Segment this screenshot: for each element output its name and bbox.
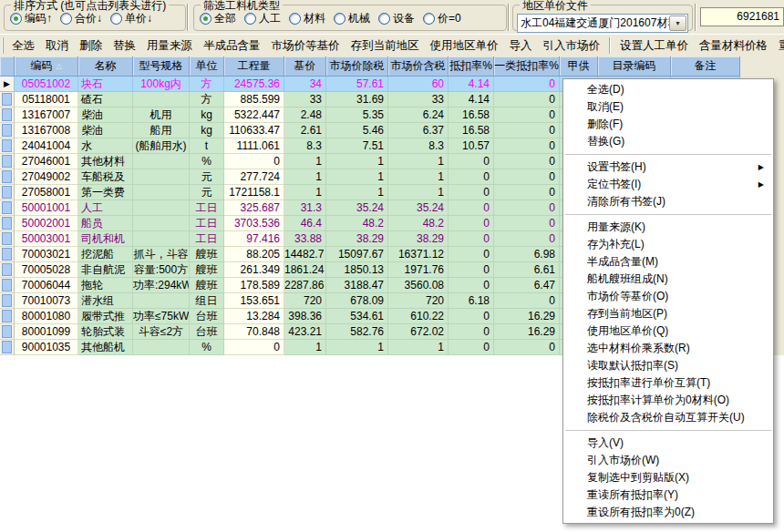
cell-min[interactable]: 3560.08	[388, 278, 449, 293]
row-selector[interactable]	[0, 324, 15, 340]
cell-ded1[interactable]: 0	[494, 154, 560, 169]
cell-code[interactable]: 70010073	[15, 293, 78, 309]
cell-ded[interactable]: 16.58	[449, 107, 494, 123]
cell-mex[interactable]: 48.2	[326, 216, 388, 231]
cell-unit[interactable]: %	[190, 154, 224, 169]
column-header-base[interactable]: 基价	[284, 56, 326, 77]
cell-base[interactable]: 423.21	[284, 324, 326, 340]
cell-ded1[interactable]: 6.61	[494, 262, 560, 278]
radio-option[interactable]: 设备	[378, 11, 415, 26]
cell-base[interactable]: 1	[284, 185, 326, 200]
menu-item[interactable]: 选中材料价乘系数(R)	[563, 340, 773, 357]
cell-code[interactable]: 70005028	[15, 262, 78, 278]
cell-unit[interactable]: %	[190, 340, 224, 355]
cell-min[interactable]: 1	[388, 340, 449, 355]
cell-unit[interactable]: t	[190, 138, 224, 154]
cell-ded[interactable]: 4.14	[449, 77, 494, 92]
column-header-ded[interactable]: 抵扣率%	[449, 56, 494, 77]
cell-spec[interactable]	[133, 200, 190, 216]
cell-base[interactable]: 1	[284, 340, 326, 355]
radio-icon[interactable]	[423, 13, 435, 25]
dropdown-arrow-icon[interactable]: ▼	[669, 15, 686, 31]
cell-min[interactable]: 1971.76	[388, 262, 449, 278]
cell-spec[interactable]: 容量:500方	[133, 262, 190, 278]
cell-code[interactable]: 50002001	[15, 216, 78, 231]
cell-spec[interactable]: 功率:294kW	[133, 278, 190, 293]
column-header-mex[interactable]: 市场价除税	[326, 56, 388, 77]
column-header-qty[interactable]: 工程量	[224, 56, 284, 77]
cell-mex[interactable]: 678.09	[326, 293, 388, 309]
cell-base[interactable]: 8.3	[284, 138, 326, 154]
cell-ded[interactable]: 0	[449, 247, 494, 262]
toolbar-button[interactable]: 替换	[108, 36, 141, 56]
cell-spec[interactable]	[133, 169, 190, 185]
menu-item[interactable]: 替换(G)	[563, 133, 773, 150]
row-selector[interactable]	[0, 309, 15, 324]
cell-name[interactable]: 潜水组	[78, 293, 133, 309]
toolbar-button[interactable]: 市场价等基价	[266, 36, 346, 56]
column-header-code[interactable]: 编码△	[15, 56, 78, 77]
cell-qty[interactable]: 153.651	[224, 293, 284, 309]
toolbar-button[interactable]: 设置人工单价	[614, 36, 694, 56]
cell-qty[interactable]: 13.284	[224, 309, 284, 324]
cell-base[interactable]: 33.88	[284, 231, 326, 247]
cell-unit[interactable]: 方	[190, 92, 224, 107]
cell-code[interactable]: 24041004	[15, 138, 78, 154]
cell-qty[interactable]: 1721158.1	[224, 185, 284, 200]
cell-ded[interactable]: 0	[449, 185, 494, 200]
row-selector[interactable]	[0, 138, 15, 154]
cell-unit[interactable]: kg	[190, 107, 224, 123]
column-header-jg[interactable]: 甲供	[560, 56, 598, 77]
row-selector[interactable]	[0, 185, 15, 200]
cell-unit[interactable]: 工日	[190, 200, 224, 216]
menu-item[interactable]: 设置书签(H)▶	[563, 159, 773, 176]
cell-mex[interactable]: 1	[326, 185, 388, 200]
cell-code[interactable]: 70006044	[15, 278, 78, 293]
column-header-note[interactable]: 备注	[671, 56, 740, 77]
cell-name[interactable]: 司机和机	[78, 231, 133, 247]
cell-mex[interactable]: 1	[326, 169, 388, 185]
cell-ded1[interactable]: 0	[494, 169, 560, 185]
radio-icon[interactable]	[289, 13, 301, 25]
cell-ded1[interactable]: 0	[494, 200, 560, 216]
cell-min[interactable]: 48.2	[388, 216, 449, 231]
cell-name[interactable]: 非自航泥	[78, 262, 133, 278]
cell-spec[interactable]: (船舶用水)	[133, 138, 190, 154]
row-selector[interactable]	[0, 107, 15, 123]
cell-qty[interactable]: 5322.447	[224, 107, 284, 123]
cell-mex[interactable]: 31.69	[326, 92, 388, 107]
cell-mex[interactable]: 534.61	[326, 309, 388, 324]
cell-ded[interactable]: 0	[449, 262, 494, 278]
row-selector[interactable]	[0, 278, 15, 293]
cell-min[interactable]: 8.3	[388, 138, 449, 154]
cell-mex[interactable]: 38.29	[326, 231, 388, 247]
cell-spec[interactable]: 斗容≤2方	[133, 324, 190, 340]
radio-icon[interactable]	[10, 13, 22, 25]
menu-item[interactable]: 读取默认抵扣率(S)	[563, 357, 773, 374]
radio-option[interactable]: 机械	[334, 11, 370, 26]
column-header-name[interactable]: 名称	[78, 56, 133, 77]
cell-spec[interactable]	[133, 92, 190, 107]
cell-base[interactable]: 720	[284, 293, 326, 309]
cell-qty[interactable]: 178.589	[224, 278, 284, 293]
cell-code[interactable]: 90001035	[15, 340, 78, 355]
cell-spec[interactable]	[133, 185, 190, 200]
cell-base[interactable]: 14482.7	[284, 247, 326, 262]
radio-option[interactable]: 编码↑	[10, 11, 52, 26]
cell-ded[interactable]: 0	[449, 340, 494, 355]
toolbar-button[interactable]: 重算半成品价格	[773, 36, 784, 56]
cell-ded[interactable]: 10.57	[449, 138, 494, 154]
toolbar-button[interactable]: 全选	[6, 36, 40, 56]
cell-mex[interactable]: 1	[326, 154, 388, 169]
cell-code[interactable]: 27058001	[15, 185, 78, 200]
cell-mex[interactable]: 7.51	[326, 138, 388, 154]
cell-unit[interactable]: 台班	[190, 324, 224, 340]
menu-item[interactable]: 市场价等基价(O)	[563, 288, 773, 305]
cell-spec[interactable]: 船用	[133, 123, 190, 138]
cell-unit[interactable]: 工日	[190, 216, 224, 231]
cell-ded[interactable]: 0	[449, 154, 494, 169]
menu-item[interactable]: 按抵扣率计算单价为0材料(O)	[563, 392, 773, 409]
cell-unit[interactable]: 艘班	[190, 247, 224, 262]
cell-unit[interactable]: 方	[190, 77, 224, 92]
cell-base[interactable]: 2287.86	[284, 278, 326, 293]
